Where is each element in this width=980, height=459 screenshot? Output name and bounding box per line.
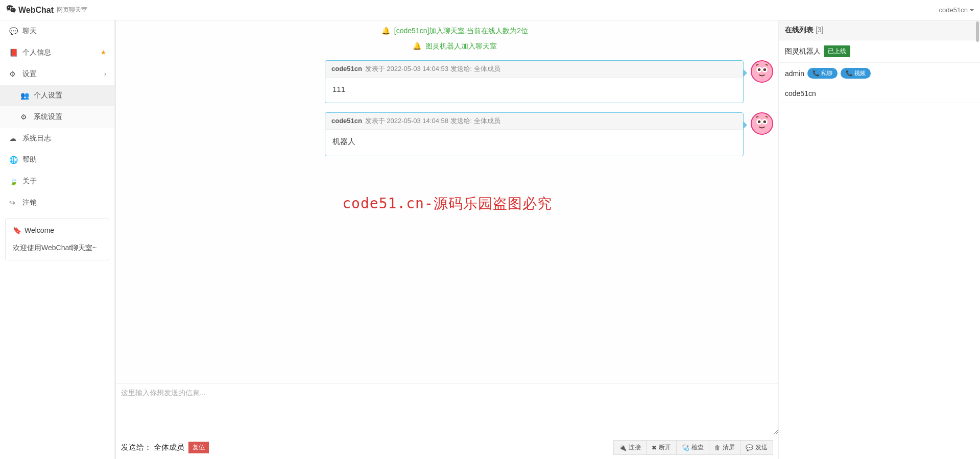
cloud-icon: ☁ [9, 134, 18, 142]
nav-chat[interactable]: 💬 聊天 [0, 20, 114, 42]
avatar[interactable] [751, 60, 773, 83]
nav-label: 个人设置 [34, 91, 62, 100]
message-meta: 发表于 2022-05-03 14:04:58 发送给: 全体成员 [365, 117, 500, 125]
watermark: code51.cn-源码乐园盗图必究 [342, 194, 552, 213]
gear-icon: ⚙ [20, 113, 30, 121]
message-row: code51cn 发表于 2022-05-03 14:04:53 发送给: 全体… [136, 60, 773, 103]
reset-button[interactable]: 复位 [188, 442, 209, 453]
online-title: 在线列表 [785, 26, 814, 34]
system-message: 🔔 图灵机器人加入聊天室 [136, 39, 773, 54]
trash-icon: 🗑 [714, 444, 721, 451]
svg-point-8 [758, 120, 760, 123]
message-row: code51cn 发表于 2022-05-03 14:04:58 发送给: 全体… [136, 112, 773, 156]
svg-point-9 [763, 120, 766, 123]
nav-syslog[interactable]: ☁ 系统日志 [0, 128, 114, 149]
message-body: 111 [325, 78, 743, 103]
online-panel: 在线列表 [3] 图灵机器人 已上线 admin 📞私聊 📞视频 code51c… [778, 20, 980, 459]
nav-personal-settings[interactable]: 👥 个人设置 [0, 85, 114, 106]
system-text: 图灵机器人加入聊天室 [425, 42, 497, 50]
signout-icon: ↪ [9, 199, 18, 207]
private-chat-button[interactable]: 📞私聊 [807, 68, 838, 79]
message-meta: 发表于 2022-05-03 14:04:53 发送给: 全体成员 [365, 65, 500, 73]
nav-logout[interactable]: ↪ 注销 [0, 192, 114, 213]
brand-subtitle: 网页聊天室 [57, 6, 87, 14]
btn-label: 视频 [854, 69, 866, 77]
welcome-text: 欢迎使用WebChat聊天室~ [13, 244, 102, 253]
avatar[interactable] [751, 112, 773, 135]
btn-label: 连接 [629, 443, 641, 452]
message-user: code51cn [331, 117, 362, 125]
nav-about[interactable]: 🍃 关于 [0, 171, 114, 192]
sidebar: 💬 聊天 📕 个人信息 ★ ⚙ 设置 › 👥 个人设置 ⚙ 系统设置 ☁ 系统日… [0, 20, 115, 459]
nav-label: 关于 [22, 177, 37, 186]
book-icon: 📕 [9, 49, 18, 57]
status-badge: 已上线 [824, 45, 850, 57]
user-menu[interactable]: code51cn [939, 6, 974, 14]
leaf-icon: 🍃 [9, 177, 18, 185]
phone-icon: 📞 [812, 70, 820, 77]
btn-label: 清屏 [723, 443, 735, 452]
chat-area[interactable]: 🔔 [code51cn]加入聊天室,当前在线人数为2位 🔔 图灵机器人加入聊天室… [116, 20, 778, 383]
message-body: 机器人 [325, 130, 743, 156]
connect-button[interactable]: 🔌连接 [613, 440, 647, 455]
send-button[interactable]: 💬发送 [740, 440, 773, 455]
nav-label: 聊天 [22, 27, 37, 36]
btn-label: 发送 [755, 443, 768, 452]
send-target: 发送给： 全体成员 复位 [121, 442, 209, 453]
username: code51cn [939, 6, 968, 14]
send-to-label: 发送给： [121, 443, 152, 452]
btn-label: 私聊 [821, 69, 832, 77]
nav-system-settings[interactable]: ⚙ 系统设置 [0, 106, 114, 128]
globe-icon: 🌐 [9, 156, 18, 164]
system-text: [code51cn]加入聊天室,当前在线人数为2位 [394, 27, 528, 35]
nav-label: 系统日志 [22, 134, 51, 143]
brand: WebChat 网页聊天室 [6, 4, 87, 16]
tag-icon: 🔖 [13, 226, 21, 234]
send-to-target: 全体成员 [154, 443, 184, 452]
nav-help[interactable]: 🌐 帮助 [0, 149, 114, 171]
wechat-icon [6, 4, 16, 16]
brand-title: WebChat [18, 6, 54, 15]
welcome-panel: 🔖 Welcome 欢迎使用WebChat聊天室~ [5, 219, 109, 260]
welcome-title: Welcome [25, 226, 54, 234]
clear-button[interactable]: 🗑清屏 [709, 440, 740, 455]
message-header: code51cn 发表于 2022-05-03 14:04:53 发送给: 全体… [325, 61, 743, 78]
online-user-bot: 图灵机器人 已上线 [779, 40, 980, 63]
nav-label: 系统设置 [34, 112, 62, 122]
comment-icon: 💬 [746, 444, 753, 451]
system-message: 🔔 [code51cn]加入聊天室,当前在线人数为2位 [136, 23, 773, 39]
svg-point-0 [753, 63, 771, 80]
nav-label: 设置 [22, 69, 37, 79]
phone-icon: 📞 [846, 70, 853, 77]
message-bubble: code51cn 发表于 2022-05-03 14:04:58 发送给: 全体… [325, 112, 744, 156]
scrollbar[interactable] [976, 21, 979, 42]
bell-icon: 🔔 [413, 42, 421, 50]
close-icon: ✖ [652, 444, 657, 451]
user-name: 图灵机器人 [785, 47, 821, 56]
plug-icon: 🔌 [619, 444, 627, 451]
gears-icon: ⚙ [9, 70, 18, 78]
disconnect-button[interactable]: ✖断开 [647, 440, 677, 455]
nav-settings[interactable]: ⚙ 设置 › [0, 63, 114, 85]
caret-down-icon [970, 9, 974, 11]
stethoscope-icon: 🩺 [682, 444, 689, 451]
online-user-self: code51cn [779, 84, 980, 103]
online-count: [3] [816, 26, 824, 34]
nav-profile[interactable]: 📕 个人信息 ★ [0, 42, 114, 63]
message-user: code51cn [331, 65, 362, 73]
user-name: code51cn [785, 89, 816, 98]
nav-label: 个人信息 [22, 48, 51, 57]
svg-point-5 [753, 115, 771, 132]
online-user-admin: admin 📞私聊 📞视频 [779, 63, 980, 84]
bell-icon: 🔔 [381, 27, 390, 35]
btn-label: 断开 [659, 443, 671, 452]
online-header: 在线列表 [3] [779, 20, 980, 40]
message-input[interactable] [116, 383, 778, 434]
comment-icon: 💬 [9, 27, 18, 35]
video-chat-button[interactable]: 📞视频 [841, 68, 871, 79]
nav-label: 帮助 [22, 155, 37, 164]
nav-label: 注销 [22, 198, 37, 207]
message-bubble: code51cn 发表于 2022-05-03 14:04:53 发送给: 全体… [325, 60, 744, 103]
inspect-button[interactable]: 🩺检查 [677, 440, 709, 455]
message-header: code51cn 发表于 2022-05-03 14:04:58 发送给: 全体… [325, 113, 743, 130]
